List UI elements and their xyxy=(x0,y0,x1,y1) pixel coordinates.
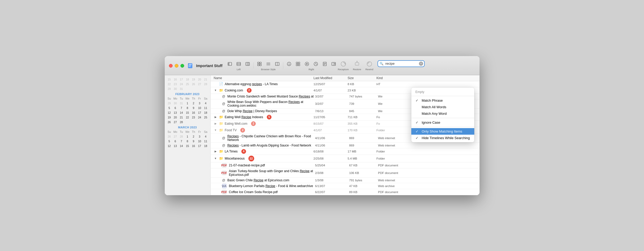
cal-day[interactable]: 30 xyxy=(172,87,178,91)
cal-day[interactable]: 12 xyxy=(166,111,172,115)
cal-day[interactable]: 13 xyxy=(172,144,178,148)
list-item[interactable]: @ Recipes - Lamb with Arugula Dipping Sa… xyxy=(211,143,480,148)
search-clear-button[interactable]: × xyxy=(419,62,423,66)
cal-day[interactable]: 16 xyxy=(190,111,196,115)
columns-view-button[interactable] xyxy=(243,60,252,68)
only-show-item[interactable]: ✓ Only Show Matching Items xyxy=(411,128,474,135)
cal-day[interactable]: 21 xyxy=(203,77,209,81)
cal-day[interactable]: 19 xyxy=(190,77,196,81)
cal-day[interactable]: 22 xyxy=(166,82,172,86)
cal-day[interactable]: 8 xyxy=(184,106,190,110)
cal-day[interactable]: 31 xyxy=(178,87,184,91)
expand-btn[interactable]: ▶ xyxy=(214,150,217,153)
cal-day[interactable]: 5 xyxy=(166,106,172,110)
cal-day[interactable]: 24 xyxy=(178,82,184,86)
expand-btn[interactable]: ▶ xyxy=(214,115,217,119)
cal-day[interactable]: 30 xyxy=(172,101,178,105)
cal-day[interactable]: 17 xyxy=(178,77,184,81)
cal-day[interactable]: 4 xyxy=(203,134,209,139)
list-item[interactable]: 📄 Alternative eggnog recipes - LA Times … xyxy=(211,81,480,87)
list-item[interactable]: WA Blueberry-Lemon Parfaits Recipe - Foo… xyxy=(211,183,480,189)
cal-day[interactable]: 20 xyxy=(172,115,178,119)
cal-day[interactable]: 26 xyxy=(190,82,196,86)
cal-day[interactable]: 17 xyxy=(196,144,203,148)
cal-day[interactable]: 25 xyxy=(203,115,209,119)
cal-day[interactable]: 3 xyxy=(196,101,203,105)
cal-day[interactable]: 8 xyxy=(184,139,190,143)
play-button[interactable] xyxy=(303,60,311,68)
cal-day[interactable]: 4 xyxy=(203,101,209,105)
cal-day[interactable]: 29 xyxy=(166,87,172,91)
cal-day[interactable]: 18 xyxy=(184,77,190,81)
cal-day[interactable]: 7 xyxy=(178,139,184,143)
cal-day[interactable]: 10 xyxy=(196,106,203,110)
cal-day[interactable]: 16 xyxy=(172,77,178,81)
cal-day[interactable]: 24 xyxy=(196,115,203,119)
grid-view-button[interactable] xyxy=(255,60,264,68)
cal-day[interactable]: 28 xyxy=(178,120,184,124)
list-item[interactable]: ▼ 📁 Miscellaneous 22 2/25/08 5.4 MB Fold… xyxy=(211,155,480,162)
match-all-item[interactable]: Match All Words xyxy=(411,104,474,110)
list-item[interactable]: PDF 21-07-macbeat-recipe.pdf 5/25/04 67 … xyxy=(211,162,480,168)
cal-day[interactable]: 31 xyxy=(178,101,184,105)
cal-day[interactable]: 23 xyxy=(172,82,178,86)
recapture-action[interactable]: Recapture xyxy=(338,60,349,71)
close-button[interactable] xyxy=(169,64,173,68)
panel-button[interactable] xyxy=(329,60,338,68)
cal-day[interactable]: 27 xyxy=(172,120,178,124)
list-view-button[interactable] xyxy=(235,60,243,68)
cal-day[interactable]: 26 xyxy=(166,120,172,124)
cal-day[interactable]: 11 xyxy=(203,106,209,110)
cal-day[interactable]: 6 xyxy=(172,106,178,110)
grid2-button[interactable] xyxy=(294,60,302,68)
cal-day[interactable]: 9 xyxy=(190,139,196,143)
list-item[interactable]: @ Basic Green Chile Recipe at Epicurious… xyxy=(211,178,480,183)
minimize-button[interactable] xyxy=(175,64,178,68)
cal-day[interactable]: 28 xyxy=(203,82,209,86)
cal-day[interactable]: 27 xyxy=(196,82,203,86)
expand-btn[interactable]: ▶ xyxy=(214,122,217,126)
cal-day[interactable]: 2 xyxy=(190,134,196,139)
info-button[interactable] xyxy=(285,60,293,68)
cal-day[interactable]: 26 xyxy=(166,134,172,139)
cal-day[interactable]: 3 xyxy=(196,134,203,139)
cal-day[interactable]: 18 xyxy=(203,144,209,148)
list-item[interactable]: PDF Coffee Ice Cream Soda Recipe.pdf 6/2… xyxy=(211,189,480,195)
cal-day[interactable]: 15 xyxy=(184,111,190,115)
cal-day[interactable]: 9 xyxy=(190,106,196,110)
match-phrase-item[interactable]: ✓ Match Phrase xyxy=(411,97,474,104)
cal-day[interactable]: 14 xyxy=(178,144,184,148)
cal-day[interactable]: 29 xyxy=(166,101,172,105)
match-any-item[interactable]: Match Any Word xyxy=(411,110,474,117)
cal-day[interactable]: 27 xyxy=(172,134,178,139)
sidebar-toggle-button[interactable] xyxy=(226,60,234,68)
cal-day[interactable]: 14 xyxy=(178,111,184,115)
ignore-case-item[interactable]: ✓ Ignore Case xyxy=(411,119,474,126)
cal-day[interactable]: 17 xyxy=(196,111,203,115)
expand-btn[interactable]: ▼ xyxy=(214,128,217,132)
cal-day[interactable]: 28 xyxy=(178,134,184,139)
list-item[interactable]: PDF Asian Turkey-Noodle Soup with Ginger… xyxy=(211,168,480,178)
doc-button[interactable] xyxy=(321,60,329,68)
expand-btn[interactable]: ▼ xyxy=(214,89,217,92)
cal-day[interactable]: 22 xyxy=(184,115,190,119)
cal-day[interactable]: 2 xyxy=(190,101,196,105)
expand-btn[interactable]: ▼ xyxy=(214,157,217,160)
split-view-button[interactable] xyxy=(273,60,281,68)
cal-day[interactable]: 12 xyxy=(166,144,172,148)
clock-button[interactable] xyxy=(312,60,320,68)
cal-day[interactable]: 5 xyxy=(166,139,172,143)
maximize-button[interactable] xyxy=(180,64,184,68)
cal-day[interactable]: 25 xyxy=(184,82,190,86)
restore-action[interactable]: Restore xyxy=(353,60,361,71)
cal-day[interactable]: 15 xyxy=(166,77,172,81)
cal-day[interactable]: 18 xyxy=(203,111,209,115)
hide-timelines-item[interactable]: ✓ Hide Timelines While Searching xyxy=(411,135,474,141)
list-item[interactable]: ▶ 📁 LA Times 4 6/18/08 17 MB Folder xyxy=(211,148,480,155)
cal-day[interactable]: 6 xyxy=(172,139,178,143)
cal-day[interactable]: 15 xyxy=(184,144,190,148)
cal-day[interactable]: 21 xyxy=(178,115,184,119)
search-input[interactable] xyxy=(377,60,425,67)
cal-day[interactable]: 23 xyxy=(190,115,196,119)
cal-day[interactable]: 1 xyxy=(184,101,190,105)
